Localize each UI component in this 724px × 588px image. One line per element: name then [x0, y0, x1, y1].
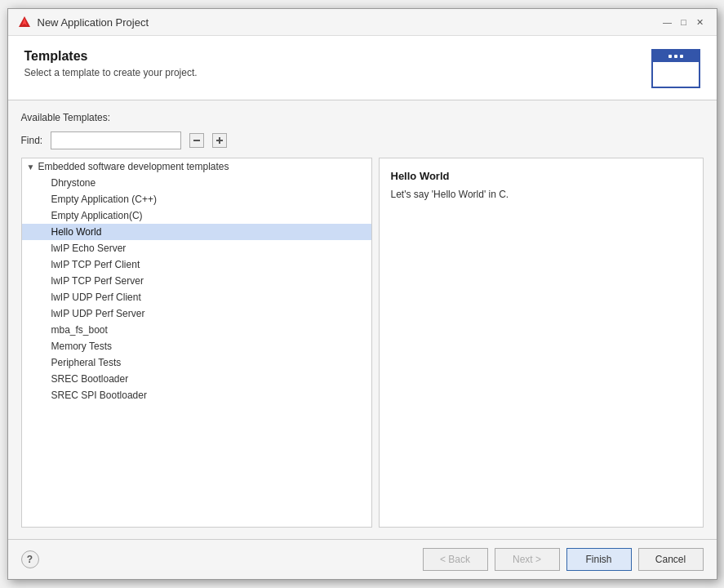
- restore-button[interactable]: □: [677, 16, 691, 29]
- description-text: Let's say 'Hello World' in C.: [391, 189, 691, 200]
- available-templates-label: Available Templates:: [21, 112, 704, 123]
- icon-body: [653, 62, 699, 87]
- list-item[interactable]: Empty Application (C++): [22, 191, 371, 207]
- svg-rect-2: [193, 140, 200, 141]
- template-item-label: lwIP Echo Server: [51, 243, 127, 254]
- wizard-icon: [651, 49, 700, 88]
- list-item[interactable]: SREC Bootloader: [22, 371, 371, 387]
- template-item-label: SREC Bootloader: [51, 373, 129, 385]
- template-item-label: Dhrystone: [51, 177, 96, 189]
- next-button[interactable]: Next >: [495, 548, 560, 571]
- close-button[interactable]: ✕: [694, 16, 707, 29]
- title-bar: New Application Project — □ ✕: [8, 9, 717, 36]
- chevron-down-icon: ▼: [27, 163, 35, 172]
- icon-dots-bar: [653, 51, 699, 62]
- template-item-label: lwIP TCP Perf Client: [51, 259, 140, 270]
- template-tree-panel[interactable]: ▼ Embedded software development template…: [21, 158, 372, 528]
- template-group-label: Embedded software development templates: [38, 161, 229, 172]
- help-button[interactable]: ?: [21, 550, 39, 568]
- list-item[interactable]: lwIP UDP Perf Server: [22, 305, 371, 322]
- back-button[interactable]: < Back: [423, 548, 488, 571]
- template-item-label: lwIP UDP Perf Client: [51, 292, 141, 303]
- dialog-title: New Application Project: [38, 16, 149, 29]
- svg-rect-4: [219, 137, 220, 144]
- finish-button[interactable]: Finish: [566, 548, 632, 571]
- list-item[interactable]: SREC SPI Bootloader: [22, 387, 371, 403]
- expand-button[interactable]: [212, 133, 227, 148]
- description-panel: Hello World Let's say 'Hello World' in C…: [379, 158, 704, 528]
- page-subtitle: Select a template to create your project…: [24, 67, 198, 78]
- list-item[interactable]: Dhrystone: [22, 175, 371, 191]
- dialog-window: New Application Project — □ ✕ Templates …: [7, 8, 717, 580]
- collapse-icon: [193, 136, 201, 145]
- template-item-label: Empty Application (C++): [51, 194, 157, 205]
- dot-3: [680, 55, 683, 58]
- template-item-label: lwIP UDP Perf Server: [51, 308, 145, 319]
- template-item-label: Hello World: [51, 226, 102, 238]
- find-label: Find:: [21, 135, 43, 146]
- list-item[interactable]: lwIP TCP Perf Client: [22, 256, 371, 273]
- template-item-label: lwIP TCP Perf Server: [51, 275, 144, 287]
- collapse-button[interactable]: [189, 133, 204, 148]
- header-text: Templates Select a template to create yo…: [24, 49, 198, 78]
- template-group-item[interactable]: ▼ Embedded software development template…: [22, 158, 371, 175]
- template-item-label: mba_fs_boot: [51, 324, 108, 336]
- page-title: Templates: [24, 49, 198, 64]
- title-bar-controls[interactable]: — □ ✕: [661, 16, 707, 29]
- footer-left: ?: [21, 550, 39, 568]
- find-input[interactable]: [51, 131, 181, 149]
- app-logo-icon: [18, 16, 31, 29]
- list-item[interactable]: Empty Application(C): [22, 207, 371, 224]
- list-item[interactable]: lwIP Echo Server: [22, 240, 371, 256]
- dot-2: [674, 55, 677, 58]
- footer: ? < Back Next > Finish Cancel: [8, 539, 717, 579]
- title-bar-left: New Application Project: [18, 16, 149, 29]
- dot-1: [668, 55, 672, 58]
- header-section: Templates Select a template to create yo…: [8, 36, 717, 100]
- template-item-label: Empty Application(C): [51, 210, 143, 221]
- find-row: Find:: [21, 131, 704, 149]
- list-item-selected[interactable]: Hello World: [22, 224, 371, 240]
- list-item[interactable]: Peripheral Tests: [22, 354, 371, 371]
- description-title: Hello World: [391, 170, 691, 182]
- list-item[interactable]: lwIP TCP Perf Server: [22, 273, 371, 289]
- list-item[interactable]: mba_fs_boot: [22, 322, 371, 338]
- content-area: Available Templates: Find: ▼: [8, 100, 717, 539]
- template-item-label: Peripheral Tests: [51, 357, 122, 368]
- template-item-label: SREC SPI Bootloader: [51, 390, 147, 401]
- cancel-button[interactable]: Cancel: [638, 548, 704, 571]
- expand-icon: [215, 136, 224, 145]
- minimize-button[interactable]: —: [661, 16, 674, 29]
- panels: ▼ Embedded software development template…: [21, 158, 704, 528]
- footer-right: < Back Next > Finish Cancel: [423, 548, 704, 571]
- template-item-label: Memory Tests: [51, 341, 112, 352]
- list-item[interactable]: lwIP UDP Perf Client: [22, 289, 371, 305]
- list-item[interactable]: Memory Tests: [22, 338, 371, 354]
